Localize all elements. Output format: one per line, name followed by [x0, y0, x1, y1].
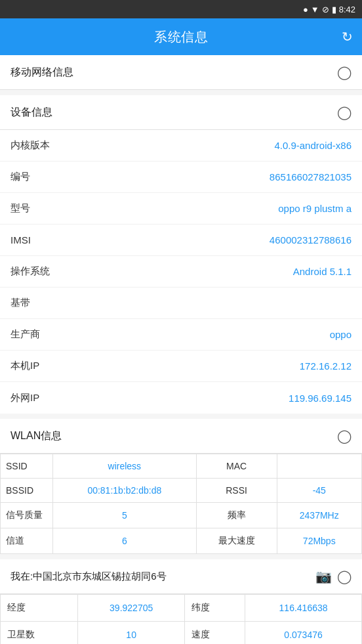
map-icon[interactable]: 📷	[315, 569, 332, 584]
device-row-external-ip: 外网IP 119.96.69.145	[0, 382, 362, 414]
location-chevron-icon: ◯	[337, 569, 352, 584]
rssi-label: RSSI	[196, 479, 277, 503]
mobile-chevron-icon: ◯	[337, 64, 352, 80]
bssid-label: BSSID	[1, 479, 53, 503]
external-ip-value: 119.96.69.145	[289, 393, 352, 404]
id-value: 865166027821035	[270, 171, 352, 182]
device-section-title: 设备信息	[10, 106, 52, 119]
manufacturer-label: 生产商	[10, 328, 40, 341]
channel-label: 信道	[1, 528, 53, 554]
device-row-model: 型号 oppo r9 plustm a	[0, 193, 362, 225]
device-row-kernel: 内核版本 4.0.9-android-x86	[0, 130, 362, 161]
location-header[interactable]: 我在:中国北京市东城区锡拉胡同6号 📷 ◯	[0, 559, 362, 594]
status-bar: ● ▼ ⊘ ▮ 8:42	[0, 0, 362, 18]
model-label: 型号	[10, 202, 30, 215]
device-chevron-icon: ◯	[337, 104, 352, 120]
device-info-section: 设备信息 ◯ 内核版本 4.0.9-android-x86 编号 8651660…	[0, 95, 362, 414]
max-speed-label: 最大速度	[196, 528, 277, 554]
mac-header: MAC	[196, 454, 277, 479]
signal-label: 信号质量	[1, 503, 53, 528]
device-row-manufacturer: 生产商 oppo	[0, 319, 362, 351]
ssid-label: SSID	[1, 454, 53, 479]
location-lat-lon-row: 经度 39.922705 纬度 116.416638	[1, 595, 362, 622]
location-icon: ●	[303, 5, 308, 14]
header-title: 系统信息	[154, 28, 208, 46]
speed-value: 0.073476	[245, 622, 362, 645]
wlan-chevron-icon: ◯	[337, 428, 352, 444]
device-row-imsi: IMSI 460002312788616	[0, 225, 362, 256]
wlan-signal-row: 信号质量 5 频率 2437MHz	[1, 503, 362, 528]
speed-label: 速度	[185, 622, 245, 645]
mobile-network-section: 移动网络信息 ◯	[0, 55, 362, 90]
manufacturer-value: oppo	[330, 329, 352, 340]
device-row-baseband: 基带	[0, 288, 362, 319]
local-ip-label: 本机IP	[10, 360, 39, 372]
wlan-section-title: WLAN信息	[10, 429, 62, 443]
id-label: 编号	[10, 171, 30, 183]
kernel-label: 内核版本	[10, 139, 50, 152]
longitude-value: 39.922705	[78, 595, 185, 622]
bssid-value: 00:81:1b:b2:db:d8	[53, 479, 197, 503]
device-row-os: 操作系统 Android 5.1.1	[0, 256, 362, 288]
mac-value	[277, 454, 361, 479]
satellites-value: 10	[78, 622, 185, 645]
local-ip-value: 172.16.2.12	[300, 360, 352, 372]
location-title: 我在:中国北京市东城区锡拉胡同6号	[10, 570, 167, 583]
device-section-header[interactable]: 设备信息 ◯	[0, 95, 362, 130]
ssid-value: wireless	[53, 454, 197, 479]
freq-value: 2437MHz	[277, 503, 361, 528]
location-section: 我在:中国北京市东城区锡拉胡同6号 📷 ◯ 经度 39.922705 纬度 11…	[0, 559, 362, 644]
imsi-label: IMSI	[10, 234, 31, 246]
mobile-section-header[interactable]: 移动网络信息 ◯	[0, 55, 362, 90]
latitude-value: 116.416638	[245, 595, 362, 622]
wlan-ssid-row: SSID wireless MAC	[1, 454, 362, 479]
time-display: 8:42	[339, 5, 355, 14]
no-signal-icon: ⊘	[322, 5, 329, 14]
max-speed-value: 72Mbps	[277, 528, 361, 554]
model-value: oppo r9 plustm a	[278, 203, 352, 214]
os-label: 操作系统	[10, 265, 50, 278]
os-value: Android 5.1.1	[293, 266, 352, 277]
kernel-value: 4.0.9-android-x86	[274, 140, 352, 151]
battery-icon: ▮	[332, 5, 336, 14]
app-header: 系统信息 ↻	[0, 18, 362, 55]
wlan-channel-row: 信道 6 最大速度 72Mbps	[1, 528, 362, 554]
wlan-section: WLAN信息 ◯ SSID wireless MAC BSSID 00:81:1…	[0, 419, 362, 554]
external-ip-label: 外网IP	[10, 392, 39, 404]
mobile-section-title: 移动网络信息	[10, 66, 73, 79]
refresh-button[interactable]: ↻	[342, 29, 353, 45]
freq-label: 频率	[196, 503, 277, 528]
satellites-label: 卫星数	[1, 622, 78, 645]
location-table: 经度 39.922705 纬度 116.416638 卫星数 10 速度 0.0…	[0, 594, 362, 644]
wlan-bssid-row: BSSID 00:81:1b:b2:db:d8 RSSI -45	[1, 479, 362, 503]
imsi-value: 460002312788616	[270, 234, 352, 246]
rssi-value: -45	[277, 479, 361, 503]
location-header-icons: 📷 ◯	[315, 569, 352, 584]
wlan-section-header[interactable]: WLAN信息 ◯	[0, 419, 362, 454]
longitude-label: 经度	[1, 595, 78, 622]
signal-value: 5	[53, 503, 197, 528]
location-satellites-row: 卫星数 10 速度 0.073476	[1, 622, 362, 645]
latitude-label: 纬度	[185, 595, 245, 622]
signal-icon: ▼	[311, 5, 319, 14]
device-row-local-ip: 本机IP 172.16.2.12	[0, 351, 362, 382]
status-icons: ● ▼ ⊘ ▮ 8:42	[303, 5, 355, 14]
channel-value: 6	[53, 528, 197, 554]
wlan-table: SSID wireless MAC BSSID 00:81:1b:b2:db:d…	[0, 454, 362, 554]
baseband-label: 基带	[10, 297, 30, 309]
device-row-id: 编号 865166027821035	[0, 161, 362, 193]
